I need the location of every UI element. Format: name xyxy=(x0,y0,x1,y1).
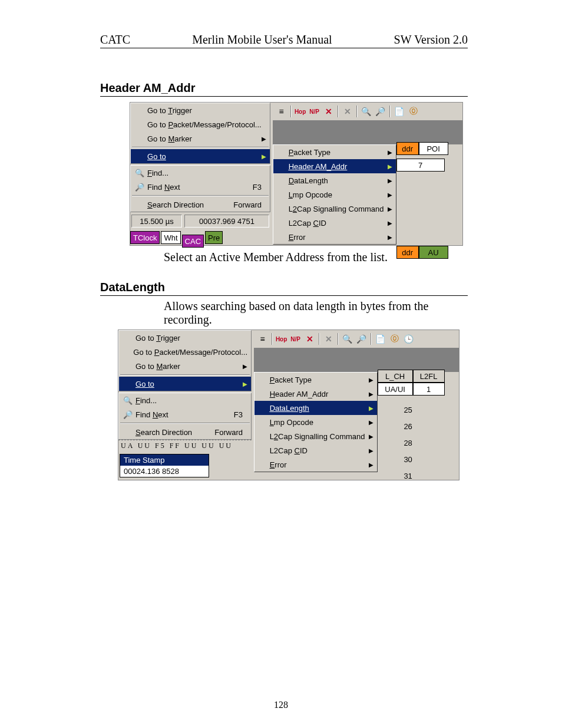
toolbar-separator xyxy=(371,333,372,345)
toolbar-separator xyxy=(389,106,391,117)
value-25[interactable]: 25 xyxy=(391,401,426,418)
submenu-header-am-addr[interactable]: Header AM_Addr ▶ xyxy=(273,159,396,173)
chevron-right-icon: ▶ xyxy=(386,177,392,184)
chevron-right-icon: ▶ xyxy=(386,163,392,170)
mag-icon[interactable]: 🔍 xyxy=(360,105,373,118)
toolbar-separator xyxy=(338,106,339,117)
clock-icon[interactable]: 🕒 xyxy=(402,332,415,345)
tag-pre: Pre xyxy=(205,231,223,244)
np-icon[interactable]: N/P xyxy=(289,332,302,345)
menu-find[interactable]: 🔍 Find... xyxy=(131,166,270,180)
accel-f3: F3 xyxy=(222,410,247,419)
x1-icon[interactable]: ✕ xyxy=(303,332,316,345)
warn-icon[interactable]: ⓪ xyxy=(388,332,401,345)
menu-goto-packet[interactable]: Go to Packet/Message/Protocol... xyxy=(131,117,270,131)
note-icon[interactable]: 📄 xyxy=(393,105,406,118)
toolbar-separator xyxy=(338,333,339,345)
menu-separator xyxy=(120,423,250,424)
hop-icon[interactable]: Hop xyxy=(275,332,288,345)
menu-goto-marker[interactable]: Go to Marker ▶ xyxy=(131,131,270,146)
cell-ua-ui: UA/UI xyxy=(378,383,413,396)
submenu-datalength[interactable]: DataLength ▶ xyxy=(254,401,377,415)
menu-separator xyxy=(132,147,269,148)
hex-row: UA UU F5 FF UU UU UU xyxy=(118,440,252,452)
submenu-error[interactable]: Error ▶ xyxy=(254,457,377,472)
gray-pane xyxy=(273,121,462,144)
menu-goto-marker[interactable]: Go to Marker ▶ xyxy=(119,359,251,373)
toolbar-separator xyxy=(356,106,358,117)
menu-find-next[interactable]: 🔎 Find Next F3 xyxy=(131,180,270,194)
np-icon[interactable]: N/P xyxy=(308,105,321,118)
menu-separator xyxy=(132,195,269,196)
cell-ddr: ddr xyxy=(396,142,419,155)
mag2-icon[interactable]: 🔎 xyxy=(355,332,368,345)
submenu-error[interactable]: Error ▶ xyxy=(273,230,396,244)
chevron-right-icon: ▶ xyxy=(242,363,247,370)
box-time: 15.500 µs xyxy=(131,215,182,228)
search-direction-value: Forward xyxy=(203,428,247,437)
hop-icon[interactable]: Hop xyxy=(294,105,307,118)
chevron-right-icon: ▶ xyxy=(368,391,373,397)
chevron-right-icon: ▶ xyxy=(386,192,392,198)
submenu-goto: Packet Type ▶ Header AM_Addr ▶ DataLengt… xyxy=(254,372,378,472)
value-30[interactable]: 30 xyxy=(391,451,426,467)
x1-icon[interactable]: ✕ xyxy=(322,105,335,118)
submenu-l2cap-sig[interactable]: L2Cap Signalling Command ▶ xyxy=(254,429,377,443)
list-icon[interactable]: ≡ xyxy=(275,105,288,118)
toolbar: ≡ Hop N/P ✕ ✕ 🔍 🔎 📄 ⓪ 🕒 xyxy=(254,330,459,348)
submenu-lmp-opcode[interactable]: Lmp Opcode ▶ xyxy=(273,187,396,202)
toolbar-separator xyxy=(319,333,320,345)
submenu-packet-type[interactable]: Packet Type ▶ xyxy=(254,373,377,387)
hdr-center: Merlin Mobile User's Manual xyxy=(192,33,332,47)
note-icon[interactable]: 📄 xyxy=(374,332,387,345)
menu-find-next[interactable]: 🔎 Find Next F3 xyxy=(119,407,251,421)
section-title-datalength: DataLength xyxy=(100,281,468,296)
submenu-l2cap-cid[interactable]: L2Cap CID ▶ xyxy=(273,216,396,230)
chevron-right-icon: ▶ xyxy=(386,149,392,156)
menu-goto-packet[interactable]: Go to Packet/Message/Protocol... xyxy=(119,345,251,359)
mag2-icon[interactable]: 🔎 xyxy=(374,105,387,118)
search-next-icon: 🔎 xyxy=(134,183,145,192)
cell-poi: POI xyxy=(419,142,448,155)
gray-pane xyxy=(254,348,459,372)
value-26[interactable]: 26 xyxy=(391,418,426,434)
intro-datalength: Allows searching based on data length in… xyxy=(164,299,468,327)
submenu-goto: Packet Type ▶ Header AM_Addr ▶ DataLengt… xyxy=(273,144,396,245)
chevron-right-icon: ▶ xyxy=(386,234,392,241)
menu-find[interactable]: 🔍 Find... xyxy=(119,393,251,407)
submenu-lmp-opcode[interactable]: Lmp Opcode ▶ xyxy=(254,415,377,429)
value-31[interactable]: 31 xyxy=(391,467,426,484)
menu-goto-trigger[interactable]: Go to Trigger xyxy=(119,331,251,345)
menu-goto-trigger[interactable]: Go to Trigger xyxy=(131,103,270,117)
cell-7: 7 xyxy=(396,159,445,172)
cell-au: AU xyxy=(419,246,448,259)
hdr-right: SW Version 2.0 xyxy=(394,33,468,47)
submenu-l2cap-cid[interactable]: L2Cap CID ▶ xyxy=(254,443,377,457)
list-icon[interactable]: ≡ xyxy=(256,332,269,345)
mag-icon[interactable]: 🔍 xyxy=(341,332,354,345)
chevron-right-icon: ▶ xyxy=(368,433,373,440)
x2-icon[interactable]: ✕ xyxy=(322,332,335,345)
value-28[interactable]: 28 xyxy=(391,434,426,451)
running-header: CATC Merlin Mobile User's Manual SW Vers… xyxy=(100,33,468,48)
hdr-l2fl: L2FL xyxy=(413,370,445,383)
chevron-right-icon: ▶ xyxy=(368,405,373,411)
menu-goto[interactable]: Go to ▶ xyxy=(131,149,270,163)
warn-icon[interactable]: ⓪ xyxy=(407,105,420,118)
x2-icon[interactable]: ✕ xyxy=(341,105,354,118)
menu-goto[interactable]: Go to ▶ xyxy=(119,377,251,391)
chevron-right-icon: ▶ xyxy=(386,206,392,212)
hdr-l-ch: L_CH xyxy=(378,370,413,383)
submenu-header-am-addr[interactable]: Header AM_Addr ▶ xyxy=(254,387,377,401)
submenu-packet-type[interactable]: Packet Type ▶ xyxy=(273,145,396,159)
accel-f3: F3 xyxy=(241,183,266,192)
timestamp-value: 00024.136 8528 xyxy=(120,466,209,477)
submenu-datalength[interactable]: DataLength ▶ xyxy=(273,173,396,187)
page-number: 128 xyxy=(0,700,562,710)
menu-search-direction[interactable]: Search Direction Forward xyxy=(119,425,251,439)
menu-search-direction[interactable]: Search Direction Forward xyxy=(131,197,270,212)
tag-cac: CAC xyxy=(182,235,204,248)
tag-tclock: TClock xyxy=(130,231,160,244)
fig-header-am-addr: Go to Trigger Go to Packet/Message/Proto… xyxy=(130,102,463,246)
submenu-l2cap-sig[interactable]: L2Cap Signalling Command ▶ xyxy=(273,202,396,216)
